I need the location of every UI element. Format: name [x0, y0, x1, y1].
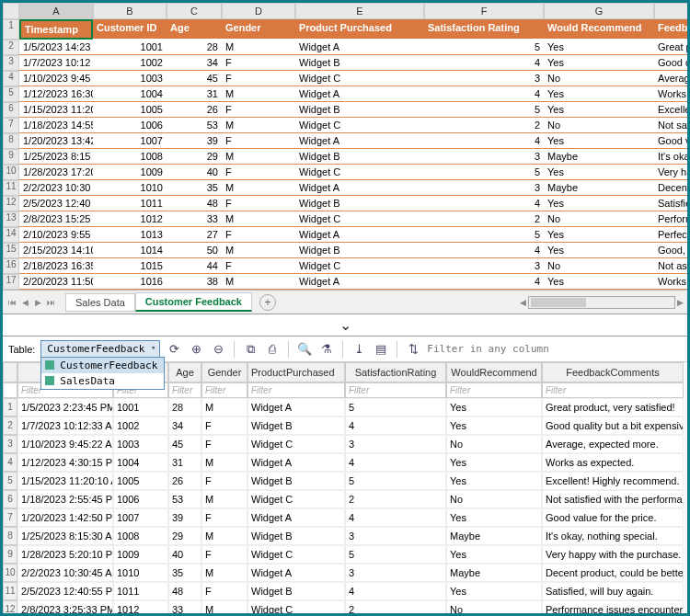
cell-feedback[interactable]: Average, ex: [654, 71, 690, 86]
row-header-3[interactable]: 3: [3, 55, 19, 71]
cell-product[interactable]: Widget A: [295, 133, 424, 149]
cell-age[interactable]: 26: [167, 102, 222, 118]
chart-icon[interactable]: ▤: [373, 341, 389, 358]
scroll-left-icon[interactable]: ◀: [520, 298, 526, 307]
cell-product[interactable]: Widget A: [295, 40, 424, 55]
grid-cell-product[interactable]: Widget A: [247, 453, 345, 472]
row-header-12[interactable]: 12: [3, 196, 19, 211]
grid-cell-recommend[interactable]: Yes: [446, 508, 542, 527]
cell-recommend[interactable]: Yes: [544, 102, 654, 118]
grid-cell-timestamp[interactable]: 1/7/2023 10:12:33 AM: [17, 416, 113, 435]
cell-age[interactable]: 40: [167, 165, 222, 180]
grid-cell-customerid[interactable]: 1012: [113, 600, 168, 616]
grid-cell-product[interactable]: Widget C: [247, 435, 345, 453]
col-header-[interactable]: [654, 3, 690, 19]
cell-product[interactable]: Widget B: [295, 149, 424, 165]
cell-age[interactable]: 31: [167, 86, 222, 102]
table-header[interactable]: Customer ID: [93, 19, 167, 40]
grid-cell-feedback[interactable]: Good quality but a bit expensive.: [542, 416, 684, 435]
cell-age[interactable]: 44: [167, 258, 222, 274]
cell-age[interactable]: 33: [167, 211, 222, 227]
grid-cell-product[interactable]: Widget B: [247, 527, 345, 545]
grid-cell-recommend[interactable]: Yes: [446, 472, 542, 490]
grid-cell-age[interactable]: 28: [168, 398, 201, 416]
row-header-13[interactable]: 13: [3, 211, 19, 227]
grid-rownum[interactable]: 11: [3, 582, 17, 600]
cell-gender[interactable]: M: [222, 40, 295, 55]
cell-recommend[interactable]: Yes: [544, 227, 654, 243]
cell-feedback[interactable]: Excellent! H: [654, 102, 690, 118]
cell-feedback[interactable]: Works as ex: [654, 86, 690, 102]
grid-cell-product[interactable]: Widget B: [247, 582, 345, 600]
col-header-D[interactable]: D: [222, 3, 295, 19]
row-header-17[interactable]: 17: [3, 274, 19, 290]
cell-rating[interactable]: 5: [424, 165, 544, 180]
grid-cell-product[interactable]: Widget B: [247, 472, 345, 490]
sheet-tab-feedback[interactable]: Customer Feedback: [135, 292, 252, 312]
grid-cell-customerid[interactable]: 1008: [113, 527, 168, 545]
print-icon[interactable]: ⎙: [264, 341, 281, 358]
cell-rating[interactable]: 4: [424, 196, 544, 211]
cell-product[interactable]: Widget B: [295, 55, 424, 71]
cell-rating[interactable]: 4: [424, 243, 544, 258]
grid-cell-product[interactable]: Widget C: [247, 600, 345, 616]
grid-cell-timestamp[interactable]: 2/5/2023 12:40:55 PM: [17, 582, 113, 600]
grid-cell-customerid[interactable]: 1002: [113, 416, 168, 435]
cell-feedback[interactable]: Great prod: [654, 40, 690, 55]
first-sheet-icon[interactable]: ⏮: [6, 297, 17, 308]
col-header-B[interactable]: B: [93, 3, 167, 19]
grid-cell-product[interactable]: Widget C: [247, 545, 345, 564]
cell-timestamp[interactable]: 2/15/2023 14:10: [19, 243, 93, 258]
grid-cell-age[interactable]: 40: [168, 545, 201, 564]
grid-cell-recommend[interactable]: Maybe: [446, 527, 542, 545]
cell-recommend[interactable]: No: [544, 71, 654, 86]
grid-cell-recommend[interactable]: No: [446, 435, 542, 453]
grid-cell-rating[interactable]: 3: [345, 564, 446, 582]
find-icon[interactable]: 🔍: [296, 341, 313, 358]
cell-rating[interactable]: 3: [424, 149, 544, 165]
grid-cell-feedback[interactable]: Performance issues encountered.: [542, 600, 684, 616]
cell-gender[interactable]: F: [222, 102, 295, 118]
cell-recommend[interactable]: Yes: [544, 133, 654, 149]
grid-cell-feedback[interactable]: Satisfied, will buy again.: [542, 582, 684, 600]
grid-cell-rating[interactable]: 2: [345, 600, 446, 616]
cell-rating[interactable]: 3: [424, 258, 544, 274]
grid-cell-customerid[interactable]: 1004: [113, 453, 168, 472]
row-header-8[interactable]: 8: [3, 133, 19, 149]
filter-cell[interactable]: Filter: [201, 382, 247, 398]
grid-cell-rating[interactable]: 4: [345, 453, 446, 472]
cell-customerid[interactable]: 1013: [93, 227, 167, 243]
prev-sheet-icon[interactable]: ◀: [19, 297, 30, 308]
cell-timestamp[interactable]: 2/20/2023 11:50: [19, 274, 93, 290]
grid-cell-recommend[interactable]: No: [446, 490, 542, 508]
cell-recommend[interactable]: Yes: [544, 40, 654, 55]
cell-rating[interactable]: 3: [424, 180, 544, 196]
cell-customerid[interactable]: 1011: [93, 196, 167, 211]
cell-customerid[interactable]: 1014: [93, 243, 167, 258]
cell-customerid[interactable]: 1003: [93, 71, 167, 86]
cell-age[interactable]: 27: [167, 227, 222, 243]
cell-product[interactable]: Widget A: [295, 86, 424, 102]
sort-icon[interactable]: ⇅: [405, 341, 421, 358]
cell-feedback[interactable]: Good value: [654, 133, 690, 149]
cell-gender[interactable]: M: [222, 274, 295, 290]
grid-cell-rating[interactable]: 5: [345, 545, 446, 564]
cell-age[interactable]: 35: [167, 180, 222, 196]
cell-recommend[interactable]: Yes: [544, 55, 654, 71]
grid-cell-gender[interactable]: M: [201, 600, 247, 616]
cell-feedback[interactable]: Not as descr: [654, 258, 690, 274]
col-header-A[interactable]: A: [19, 3, 93, 19]
cell-gender[interactable]: F: [222, 258, 295, 274]
cell-customerid[interactable]: 1015: [93, 258, 167, 274]
cell-age[interactable]: 29: [167, 149, 222, 165]
grid-rownum[interactable]: 9: [3, 545, 17, 564]
select-all-corner[interactable]: [3, 3, 19, 19]
grid-cell-customerid[interactable]: 1007: [113, 508, 168, 527]
cell-gender[interactable]: F: [222, 165, 295, 180]
cell-feedback[interactable]: Very happy: [654, 165, 690, 180]
cell-timestamp[interactable]: 1/20/2023 13:42: [19, 133, 93, 149]
cell-recommend[interactable]: Yes: [544, 165, 654, 180]
table-header[interactable]: Timestamp: [19, 19, 93, 40]
grid-cell-feedback[interactable]: Works as expected.: [542, 453, 684, 472]
grid-cell-feedback[interactable]: Great product, very satisfied!: [542, 398, 684, 416]
